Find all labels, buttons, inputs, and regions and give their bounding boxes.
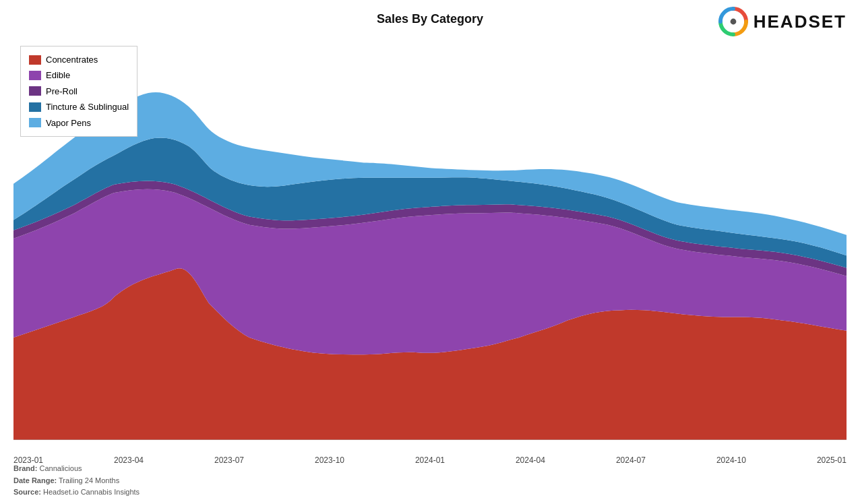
x-label-3: 2023-10 [315,455,344,465]
source-value: Headset.io Cannabis Insights [43,488,140,496]
x-label-4: 2024-01 [415,455,445,465]
x-label-6: 2024-07 [616,455,646,465]
legend-label-tincture: Tincture & Sublingual [46,99,129,115]
svg-point-2 [730,19,736,25]
legend-item-edible: Edible [29,67,129,83]
logo: HEADSET [718,7,847,36]
logo-text: HEADSET [754,11,847,32]
footer-info: Brand: Cannalicious Date Range: Trailing… [13,463,140,499]
x-label-2: 2023-07 [214,455,244,465]
date-range-label: Date Range: [13,476,57,484]
x-label-5: 2024-04 [516,455,545,465]
footer-brand: Brand: Cannalicious [13,463,140,475]
chart-area [13,44,847,440]
legend-color-vaporpens [29,118,41,127]
date-range-value: Trailing 24 Months [59,476,119,484]
logo-icon [718,7,748,36]
legend-color-concentrates [29,55,41,65]
footer-source: Source: Headset.io Cannabis Insights [13,486,140,499]
brand-value: Cannalicious [40,464,82,472]
legend-label-concentrates: Concentrates [46,52,98,67]
footer-date-range: Date Range: Trailing 24 Months [13,475,140,487]
chart-container: HEADSET Sales By Category Concentrates E… [0,0,860,504]
chart-legend: Concentrates Edible Pre-Roll Tincture & … [20,46,137,137]
legend-label-vaporpens: Vapor Pens [46,115,91,131]
source-label: Source: [13,488,41,496]
legend-item-tincture: Tincture & Sublingual [29,99,129,115]
legend-color-edible [29,71,41,80]
legend-item-preroll: Pre-Roll [29,84,129,99]
x-label-7: 2024-10 [716,455,746,465]
legend-color-tincture [29,102,41,112]
legend-label-preroll: Pre-Roll [46,84,78,99]
chart-svg [13,44,847,440]
x-label-8: 2025-01 [817,455,847,465]
brand-label: Brand: [13,464,37,472]
legend-item-vaporpens: Vapor Pens [29,115,129,131]
legend-color-preroll [29,86,41,96]
legend-item-concentrates: Concentrates [29,52,129,67]
legend-label-edible: Edible [46,67,70,83]
